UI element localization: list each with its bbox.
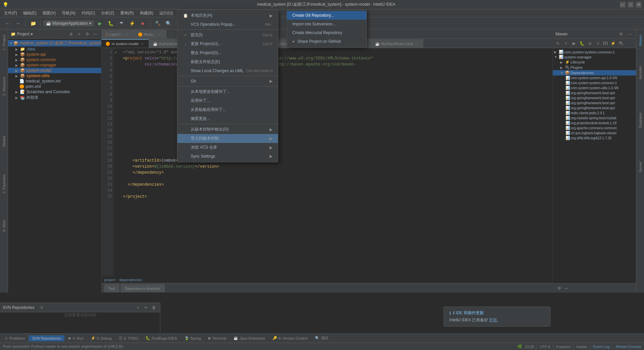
menu-refactor[interactable]: 重构(R) xyxy=(118,10,137,17)
stop-button[interactable]: ■ xyxy=(138,19,147,28)
strip-axcoder[interactable]: Axcoder xyxy=(637,63,644,82)
maven-dep-slf4j[interactable]: 📊 org.slf4j:slf4j-log4j12:1.7.26 xyxy=(553,136,636,141)
maven-m-btn[interactable]: m xyxy=(603,40,608,47)
svn-edit-btn[interactable]: ✏ xyxy=(143,304,149,311)
bbar-java-enterprise[interactable]: ☕ Java Enterprise xyxy=(230,335,268,341)
sidebar-settings-btn[interactable]: ⚙ xyxy=(84,31,91,37)
menu-edit[interactable]: 编辑(E) xyxy=(20,10,39,17)
run-config-selector[interactable]: ☕ ManagerApplication ▾ xyxy=(43,20,94,26)
maven-dep-mybatis[interactable]: 📊 org.mybatis.spring.boot:mybati xyxy=(553,116,636,121)
ctx-browse-vcs[interactable]: 浏览 VCS 仓库 ▶ xyxy=(177,143,278,152)
svn-close-btn[interactable]: ✕ xyxy=(38,304,45,311)
bbar-debug[interactable]: ⚡ 5: Debug xyxy=(88,335,115,341)
maven-execute-btn[interactable]: ▶ xyxy=(570,40,578,47)
tree-manager[interactable]: ▶ 📦 system-manager xyxy=(8,62,101,68)
tab-modu-close[interactable]: ✕ xyxy=(157,32,162,37)
maven-dep-redis[interactable]: 📊 redis.clients:jedis:2.9.1 xyxy=(553,111,636,116)
tab-system-model[interactable]: 🟠 m system-model ✕ xyxy=(102,39,149,48)
maven-debug-btn[interactable]: 🐛 xyxy=(578,40,586,47)
maven-plugins[interactable]: ▶ 🔌 Plugins xyxy=(553,65,636,70)
ctx-show-uml[interactable]: Show Local Changes as UML Ctrl+Alt+Shift… xyxy=(177,66,278,75)
build-button[interactable]: 🔨 xyxy=(153,19,162,28)
tab-myshiro-close[interactable]: ✕ xyxy=(414,41,419,46)
ctx-refresh-status[interactable]: 刷新文件状态(E) xyxy=(177,57,278,66)
tree-root[interactable]: ▼ 📦 medical_system D:\桌面\工作\medical_syst… xyxy=(8,40,101,46)
bbar-version-control[interactable]: 🔑 9: Version Control xyxy=(269,335,311,341)
strip-database[interactable]: Database xyxy=(637,110,644,131)
maximize-button[interactable]: □ xyxy=(628,2,633,7)
ctx-commit[interactable]: ✓ 提交(I) Ctrl+K xyxy=(177,30,278,39)
tree-external[interactable]: ▶ 📚 外部库 xyxy=(8,95,101,101)
submenu-create-mercurial[interactable]: Create Mercurial Repository xyxy=(287,28,366,37)
bbar-terminal[interactable]: ▶ Terminal xyxy=(205,335,230,341)
bbar-findbugs[interactable]: 🐛 FindBugs-IDEA xyxy=(142,335,180,341)
toolbar-search[interactable]: 🔍 xyxy=(164,19,173,28)
tab-loginc-close[interactable]: ✕ xyxy=(125,32,130,37)
tab-modu[interactable]: 🟠 Modu... ✕ xyxy=(134,30,167,38)
maven-dep-spring1[interactable]: 📊 org.springframework.boot:spri xyxy=(553,91,636,96)
run-button[interactable]: ▶ xyxy=(95,19,105,28)
jrebel-console[interactable]: JRebel Console xyxy=(615,345,641,349)
bbar-run[interactable]: ▶ 4: Run xyxy=(65,335,87,341)
bread-dependencies[interactable]: dependencies xyxy=(119,278,142,282)
maven-close-btn[interactable]: — xyxy=(626,30,633,38)
strip-server[interactable]: Server xyxy=(637,159,644,175)
maven-dep-lombok[interactable]: 📊 org.projectlombok:lombok:1.18 xyxy=(553,121,636,126)
strip-maven[interactable]: Maven xyxy=(637,32,644,48)
menu-file[interactable]: 文件(F) xyxy=(1,10,20,17)
coverage-button[interactable]: ☂ xyxy=(117,19,126,28)
ctx-checkout[interactable]: 从版本控制中检出(O) ▶ xyxy=(177,125,278,134)
bbar-problems[interactable]: ⚠ Problems xyxy=(1,335,28,341)
tab-loginc[interactable]: J LoginC... ✕ xyxy=(102,30,134,38)
toolbar-back[interactable]: ← xyxy=(3,19,12,28)
ctx-update-project[interactable]: ↓ 更新 Project(U)... Ctrl+T xyxy=(177,39,278,48)
maven-refresh-btn[interactable]: ↻ xyxy=(554,40,561,47)
submenu-share-github[interactable]: ● Share Project on GitHub xyxy=(287,37,366,46)
ctx-local-history[interactable]: 📋 本地历史(H) ▶ xyxy=(177,11,278,20)
maven-dep-spring4[interactable]: 📊 org.springframework.boot:spri xyxy=(553,106,636,111)
maven-dep-spring2[interactable]: 📊 org.springframework.boot:spri xyxy=(553,96,636,101)
sidebar-locate-btn[interactable]: ⊕ xyxy=(68,31,74,37)
maven-system-common[interactable]: ▶ 📊 com.system:system-common:1 xyxy=(553,49,636,54)
strip-favorites[interactable]: 2: Favorites xyxy=(1,172,7,196)
menu-code[interactable]: 代码(C) xyxy=(79,10,98,17)
maven-bot-settings[interactable]: ⚙ xyxy=(555,285,563,292)
tab-text[interactable]: Text xyxy=(104,284,119,292)
svn-delete-btn[interactable]: 🗑 xyxy=(151,304,157,311)
maven-collapse-btn[interactable]: ≡ xyxy=(594,40,602,47)
notification-link[interactable]: 更新. xyxy=(489,318,498,322)
tab-dependency-analyzer[interactable]: Dependency Analyzer xyxy=(121,284,165,292)
maven-dep-utils[interactable]: 📊 com.system:system-utils:1.0-SN xyxy=(553,85,636,91)
maven-dep-logback[interactable]: 📊 ch.qos.logback:logback-classic xyxy=(553,131,636,136)
tree-scratches[interactable]: ▶ 📝 Scratches and Consoles xyxy=(8,89,101,95)
tree-model[interactable]: ▶ 📦 system-model xyxy=(8,68,101,73)
strip-structure[interactable]: 2: Structure xyxy=(1,74,7,99)
tree-api[interactable]: ▶ 📦 system-api xyxy=(8,52,101,57)
maven-dep-spring3[interactable]: 📊 org.springframework.boot:spri xyxy=(553,101,636,106)
tree-common[interactable]: ▶ 📦 system-common xyxy=(8,57,101,62)
maven-dep-common[interactable]: 📊 com.system:system-common:1 xyxy=(553,80,636,85)
debug-button[interactable]: 🐛 xyxy=(106,19,115,28)
ctx-shelve[interactable]: 搁置更改... xyxy=(177,114,278,123)
bbar-svn[interactable]: SVN Repositories xyxy=(29,335,64,341)
maven-system-manager[interactable]: ▼ 📊 system-manager xyxy=(553,54,636,59)
menu-run[interactable]: 运行(U) xyxy=(157,10,176,17)
submenu-create-git[interactable]: Create Git Repository... xyxy=(287,11,366,20)
bbar-spring[interactable]: 🍃 Spring xyxy=(181,335,204,341)
maven-plugin-btn[interactable]: 🔌 xyxy=(617,40,625,47)
profile-button[interactable]: ⚡ xyxy=(127,19,137,28)
menu-view[interactable]: 视图(V) xyxy=(40,10,58,17)
ctx-git[interactable]: Git ▶ xyxy=(177,77,278,85)
minimize-button[interactable]: — xyxy=(620,2,625,7)
maven-bot-minus[interactable]: — xyxy=(563,285,570,292)
ctx-apply-clipboard[interactable]: 从剪贴板应用补丁... xyxy=(177,105,278,114)
maven-add-btn[interactable]: + xyxy=(562,40,570,47)
svn-add-btn[interactable]: + xyxy=(135,304,141,311)
bbar-debug2[interactable]: 🔍 调试 xyxy=(312,335,332,342)
ctx-sync-settings[interactable]: Sync Settings ▶ xyxy=(177,152,278,161)
bread-project[interactable]: project xyxy=(104,278,115,282)
toolbar-forward[interactable]: → xyxy=(13,19,23,28)
event-log-btn[interactable]: Event Log xyxy=(593,345,610,349)
maven-lifecycle-btn[interactable]: ⚡ xyxy=(609,40,617,47)
strip-jrebel[interactable]: JRebel xyxy=(1,133,7,150)
